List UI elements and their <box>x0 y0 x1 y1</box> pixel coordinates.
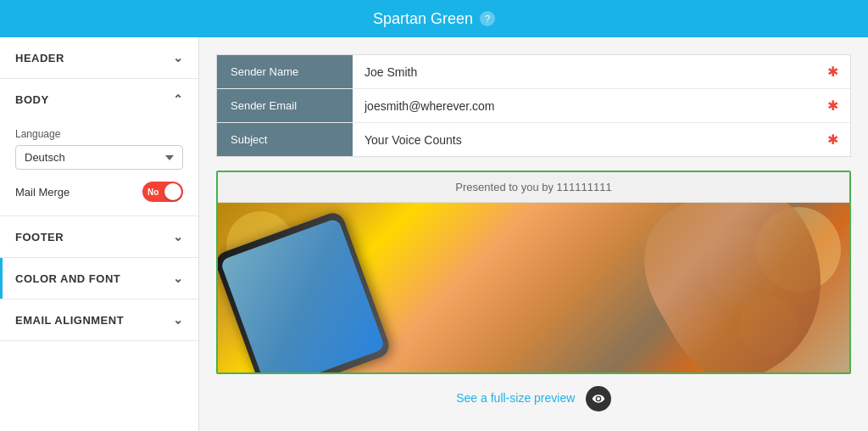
sidebar-section-body: BODY ⌃ Language Deutsch English French S… <box>0 79 198 216</box>
main-layout: HEADER ⌄ BODY ⌃ Language Deutsch English… <box>0 37 868 431</box>
preview-image <box>218 203 849 372</box>
sender-email-required: ✱ <box>827 98 838 114</box>
page-title: Spartan Green <box>373 10 473 28</box>
subject-input-cell: ✱ <box>353 123 850 156</box>
content-area: Sender Name ✱ Sender Email ✱ Subject <box>199 37 868 431</box>
sidebar-email-alignment-label: EMAIL ALIGNMENT <box>15 314 124 327</box>
preview-container: Presented to you by 111111111 <box>216 171 851 374</box>
preview-header: Presented to you by 111111111 <box>218 172 849 203</box>
mail-merge-toggle[interactable]: No <box>142 182 183 202</box>
help-icon[interactable]: ? <box>480 11 495 26</box>
sidebar-header-label: HEADER <box>15 52 64 64</box>
sidebar-section-header: HEADER ⌄ <box>0 37 198 79</box>
chevron-down-icon: ⌄ <box>173 51 184 64</box>
sidebar-body-label: BODY <box>15 93 49 106</box>
sender-name-input-cell: ✱ <box>353 55 850 88</box>
body-section-content: Language Deutsch English French Spanish … <box>0 120 198 216</box>
toggle-pill[interactable]: No <box>142 182 183 202</box>
subject-row: Subject ✱ <box>217 123 850 156</box>
chevron-down-icon-color: ⌄ <box>173 271 184 285</box>
subject-required: ✱ <box>827 132 838 148</box>
subject-input[interactable] <box>364 133 821 147</box>
sender-email-label: Sender Email <box>217 89 353 122</box>
sender-email-input[interactable] <box>364 99 821 113</box>
sidebar-header-toggle[interactable]: HEADER ⌄ <box>0 37 198 78</box>
sidebar-footer-label: FOOTER <box>15 231 64 243</box>
sender-name-required: ✱ <box>827 64 838 80</box>
chevron-down-icon-footer: ⌄ <box>173 230 184 243</box>
language-select[interactable]: Deutsch English French Spanish <box>15 145 183 170</box>
sidebar-footer-toggle[interactable]: FOOTER ⌄ <box>0 216 198 257</box>
language-label: Language <box>15 128 183 140</box>
mail-merge-row: Mail Merge No <box>15 182 183 202</box>
sender-name-row: Sender Name ✱ <box>217 55 850 89</box>
sidebar-section-color-font: COLOR AND FONT ⌄ <box>0 258 198 299</box>
preview-header-text: Presented to you by 111111111 <box>455 181 611 193</box>
bottom-bar: See a full-size preview <box>216 374 851 423</box>
eye-button[interactable] <box>586 386 611 411</box>
sidebar-section-email-alignment: EMAIL ALIGNMENT ⌄ <box>0 299 198 341</box>
sidebar-color-font-toggle[interactable]: COLOR AND FONT ⌄ <box>0 258 198 299</box>
sender-email-input-cell: ✱ <box>353 89 850 122</box>
chevron-down-icon-alignment: ⌄ <box>173 313 184 327</box>
sidebar-body-toggle[interactable]: BODY ⌃ <box>0 79 198 120</box>
sidebar: HEADER ⌄ BODY ⌃ Language Deutsch English… <box>0 37 199 431</box>
sidebar-email-alignment-toggle[interactable]: EMAIL ALIGNMENT ⌄ <box>0 299 198 340</box>
top-bar: Spartan Green ? <box>0 0 868 37</box>
sender-name-input[interactable] <box>364 65 821 79</box>
sender-email-row: Sender Email ✱ <box>217 89 850 123</box>
form-container: Sender Name ✱ Sender Email ✱ Subject <box>216 54 851 157</box>
eye-icon <box>592 392 605 406</box>
subject-label: Subject <box>217 123 353 156</box>
full-size-preview-link[interactable]: See a full-size preview <box>456 391 575 405</box>
toggle-no-label: No <box>147 188 159 197</box>
chevron-up-icon: ⌃ <box>173 92 184 106</box>
sidebar-color-font-label: COLOR AND FONT <box>15 272 120 285</box>
sidebar-section-footer: FOOTER ⌄ <box>0 216 198 258</box>
toggle-knob <box>164 183 181 200</box>
sender-name-label: Sender Name <box>217 55 353 88</box>
mail-merge-label: Mail Merge <box>15 186 70 199</box>
